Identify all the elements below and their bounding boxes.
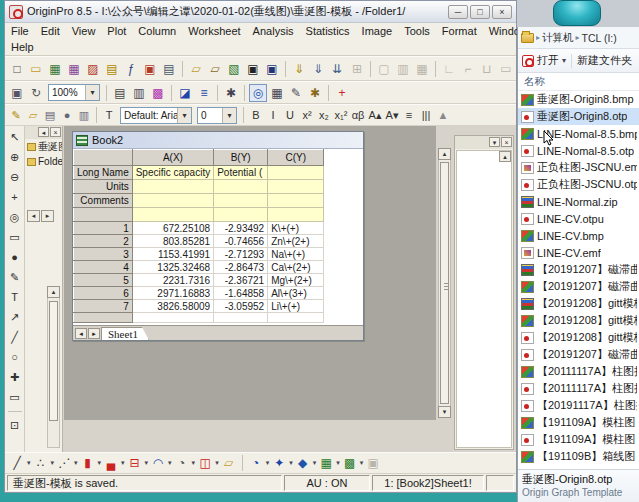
- cell-b[interactable]: -3.05952: [214, 300, 268, 313]
- file-row[interactable]: 【191109B】箱线图: [518, 448, 639, 465]
- cell[interactable]: [132, 194, 213, 208]
- menu-statistics[interactable]: Statistics: [300, 24, 356, 38]
- cell[interactable]: [132, 208, 213, 222]
- folder-item[interactable]: Folder1: [25, 155, 62, 168]
- cell[interactable]: Potential (: [214, 166, 268, 180]
- arrow-tool-icon[interactable]: ↗: [7, 309, 23, 325]
- cell[interactable]: [268, 208, 324, 222]
- color-button[interactable]: ▲: [435, 107, 451, 123]
- pie-3d-plot-icon[interactable]: ◔: [247, 454, 265, 472]
- scroll-right-button[interactable]: ▸: [41, 210, 54, 222]
- cell-a[interactable]: 2231.7316: [132, 274, 213, 287]
- column-plot-icon[interactable]: ▮: [79, 454, 97, 472]
- mask-tool-icon[interactable]: ●: [7, 249, 23, 265]
- row-number[interactable]: [74, 313, 133, 323]
- save-template-icon[interactable]: ▣: [263, 60, 281, 78]
- chevron-down-icon[interactable]: ▾: [313, 459, 317, 467]
- cell-b[interactable]: -2.86473: [214, 261, 268, 274]
- cell[interactable]: [132, 313, 213, 323]
- file-row[interactable]: 垂涎图-Origin8.otp: [518, 108, 639, 125]
- file-row[interactable]: 【20191208】gitt模板: [518, 329, 639, 346]
- new-layout-icon[interactable]: ▣: [141, 60, 159, 78]
- scroll-down-button[interactable]: ▾: [438, 406, 451, 418]
- row-label[interactable]: Long Name: [74, 166, 133, 180]
- menu-tools[interactable]: Tools: [398, 24, 436, 38]
- new-graph-icon[interactable]: ▨: [84, 60, 102, 78]
- hatch-button[interactable]: |||: [418, 107, 434, 123]
- file-row[interactable]: LINE-CV.bmp: [518, 227, 639, 244]
- sheet-prev-button[interactable]: ◂: [75, 328, 87, 339]
- italic-button[interactable]: I: [265, 107, 281, 123]
- font-larger-button[interactable]: A▴: [367, 107, 383, 123]
- cell-a[interactable]: 672.25108: [132, 222, 213, 235]
- menu-help[interactable]: Help: [5, 40, 40, 54]
- chevron-down-icon[interactable]: ▾: [74, 459, 78, 467]
- cell-c[interactable]: Zn\+(2+): [268, 235, 324, 248]
- template-library-icon[interactable]: ▱: [220, 454, 238, 472]
- column-header-b[interactable]: B(Y): [214, 150, 268, 166]
- graph-region-icon[interactable]: ⊡: [7, 417, 23, 433]
- menu-analysis[interactable]: Analysis: [247, 24, 300, 38]
- row-number[interactable]: 3: [74, 248, 133, 261]
- panel-dock-button[interactable]: ◂: [38, 127, 49, 137]
- breadcrumb-item[interactable]: TCL (I:): [582, 32, 617, 44]
- run-script-icon[interactable]: ↻: [27, 84, 45, 102]
- surface-3d-plot-icon[interactable]: ◆: [294, 454, 312, 472]
- scrollbar-thumb[interactable]: [49, 301, 58, 421]
- print-preview-icon[interactable]: ▥: [130, 84, 148, 102]
- file-row[interactable]: 垂涎图-Origin8.bmp: [518, 91, 639, 108]
- file-row[interactable]: 【191109A】模柱图 (: [518, 414, 639, 431]
- cell-b[interactable]: -2.93492: [214, 222, 268, 235]
- open-template-icon[interactable]: ▱: [206, 60, 224, 78]
- menu-view[interactable]: View: [66, 24, 102, 38]
- code-builder-icon[interactable]: ✱: [222, 84, 240, 102]
- close-button[interactable]: ×: [492, 5, 512, 19]
- cell[interactable]: [268, 194, 324, 208]
- import-wizard-icon[interactable]: ⇓: [290, 60, 308, 78]
- chevron-down-icon[interactable]: ▾: [168, 459, 172, 467]
- row-number[interactable]: 4: [74, 261, 133, 274]
- scroll-left-button[interactable]: ◂: [27, 210, 40, 222]
- print-preview-icon[interactable]: ▤: [160, 60, 178, 78]
- cell-a[interactable]: 803.85281: [132, 235, 213, 248]
- row-number[interactable]: 7: [74, 300, 133, 313]
- cell-b[interactable]: -0.74656: [214, 235, 268, 248]
- chevron-down-icon[interactable]: ▾: [121, 459, 125, 467]
- chevron-down-icon[interactable]: ▾: [145, 459, 149, 467]
- stock-plot-icon[interactable]: ◫: [196, 454, 214, 472]
- new-function-icon[interactable]: ƒ: [122, 60, 140, 78]
- file-row[interactable]: 【20191207】磁滞曲线: [518, 278, 639, 295]
- book2-title-bar[interactable]: Book2: [73, 132, 363, 149]
- menu-file[interactable]: File: [5, 24, 35, 38]
- chevron-down-icon[interactable]: ▾: [27, 459, 31, 467]
- row-label[interactable]: [74, 208, 133, 222]
- chevron-down-icon[interactable]: ▾: [562, 56, 566, 65]
- chevron-down-icon[interactable]: ▾: [98, 459, 102, 467]
- scatter-3d-plot-icon[interactable]: ✦: [270, 454, 288, 472]
- contour-plot-icon[interactable]: ▩: [341, 454, 359, 472]
- row-number[interactable]: 2: [74, 235, 133, 248]
- chevron-down-icon[interactable]: ▾: [215, 459, 219, 467]
- file-row[interactable]: 正负柱图-JSCNU.otp: [518, 176, 639, 193]
- column-header-c[interactable]: C(Y): [268, 150, 324, 166]
- sheet-next-button[interactable]: ▸: [88, 328, 100, 339]
- polar-plot-icon[interactable]: ◔: [173, 454, 191, 472]
- project-root-item[interactable]: 垂涎图-模板: [25, 139, 62, 155]
- menu-edit[interactable]: Edit: [35, 24, 66, 38]
- line-tool-icon[interactable]: ╱: [7, 329, 23, 345]
- chevron-down-icon[interactable]: ▾: [177, 108, 191, 123]
- row-number[interactable]: 5: [74, 274, 133, 287]
- column-header-a[interactable]: A(X): [132, 150, 213, 166]
- edit-graph-icon[interactable]: ✎: [287, 84, 305, 102]
- new-project-icon[interactable]: □: [8, 60, 26, 78]
- maximize-button[interactable]: □: [470, 5, 490, 19]
- cell-a[interactable]: 2971.16883: [132, 287, 213, 300]
- cell[interactable]: [268, 313, 324, 323]
- row-label[interactable]: Units: [74, 180, 133, 194]
- panel-close-button[interactable]: ×: [50, 127, 61, 137]
- menu-image[interactable]: Image: [356, 24, 399, 38]
- chevron-down-icon[interactable]: ▾: [266, 459, 270, 467]
- box-plot-icon[interactable]: ⊟: [126, 454, 144, 472]
- pan-tool-icon[interactable]: ✚: [7, 369, 23, 385]
- bold-button[interactable]: B: [248, 107, 264, 123]
